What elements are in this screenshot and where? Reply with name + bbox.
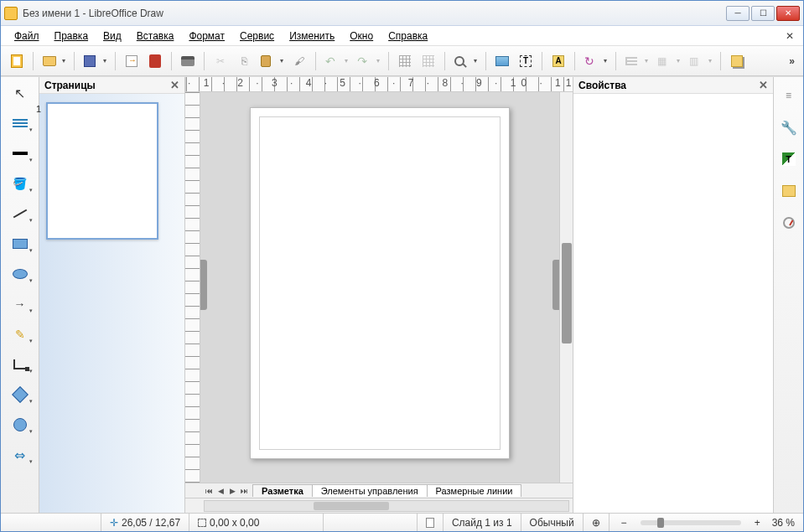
connector-tool[interactable] (7, 354, 34, 375)
print-button[interactable] (177, 50, 199, 72)
nav-last-icon[interactable]: ⏭ (239, 487, 249, 495)
vscroll-thumb[interactable] (562, 243, 572, 343)
navigator-icon (783, 217, 795, 229)
symbol-shapes-tool[interactable] (7, 414, 34, 436)
undo-button[interactable]: ↶ (321, 50, 351, 72)
hscroll-thumb[interactable] (314, 502, 389, 510)
snap-button[interactable] (418, 50, 439, 72)
copy-button[interactable]: ⎘ (233, 50, 255, 72)
vertical-scrollbar[interactable] (559, 92, 573, 483)
format-paint-button[interactable]: 🖌 (288, 50, 310, 72)
zoom-out-button[interactable]: − (618, 517, 630, 529)
zoom-button[interactable] (450, 50, 480, 72)
basic-shapes-tool[interactable] (7, 384, 34, 405)
grid-button[interactable] (394, 50, 416, 72)
page-thumbnail-1[interactable]: 1 (46, 102, 158, 240)
close-button[interactable]: ✕ (776, 6, 800, 21)
tab-layout[interactable]: Разметка (252, 484, 313, 497)
nav-prev-icon[interactable]: ◀ (215, 487, 226, 495)
curve-tool[interactable]: ✎ (7, 323, 34, 345)
sidebar-properties-button[interactable]: 🔧 (779, 117, 799, 137)
sidebar-navigator-button[interactable] (779, 213, 799, 233)
line-style-tool[interactable] (7, 112, 34, 134)
zoom-percent[interactable]: 36 % (772, 517, 795, 529)
nav-first-icon[interactable]: ⏮ (204, 487, 214, 495)
line-width-tool[interactable] (7, 142, 34, 164)
arrange-button[interactable]: ▦ (653, 50, 683, 72)
vertical-ruler[interactable] (185, 92, 200, 483)
minimize-button[interactable]: ─ (726, 6, 750, 21)
save-button[interactable] (80, 50, 110, 72)
fit-icon: ⊕ (592, 517, 600, 529)
page-number-label: 1 (36, 104, 41, 114)
fontwork-button[interactable]: A (547, 50, 569, 72)
window-title: Без имени 1 - LibreOffice Draw (23, 8, 726, 19)
panel-expander-left[interactable] (200, 260, 207, 310)
menu-edit[interactable]: Правка (48, 28, 96, 44)
rect-tool[interactable] (7, 233, 34, 255)
distribute-button[interactable]: ▥ (685, 50, 715, 72)
pages-panel-close-icon[interactable]: ✕ (170, 79, 179, 91)
menu-service[interactable]: Сервис (233, 28, 281, 44)
paste-button[interactable] (257, 50, 287, 72)
arrow-tool[interactable]: → (7, 293, 34, 315)
ellipse-tool[interactable] (7, 263, 34, 285)
redo-button[interactable]: ↶ (353, 50, 383, 72)
open-icon (43, 56, 56, 66)
menu-modify[interactable]: Изменить (283, 28, 341, 44)
menu-help[interactable]: Справка (381, 28, 434, 44)
fill-tool[interactable]: 🪣 (7, 173, 34, 194)
status-fit[interactable]: ⊕ (584, 514, 609, 531)
select-tool[interactable]: ↖ (7, 82, 34, 104)
export-button[interactable] (121, 50, 143, 72)
properties-panel-close-icon[interactable]: ✕ (759, 79, 768, 91)
line-tool[interactable] (7, 203, 34, 225)
panel-expander-right[interactable] (552, 260, 559, 310)
image-button[interactable] (491, 50, 513, 72)
status-slide[interactable]: Слайд 1 из 1 (443, 514, 521, 531)
drawing-canvas[interactable] (200, 92, 559, 483)
zoom-in-button[interactable]: + (751, 517, 764, 529)
document-close-icon[interactable]: ✕ (783, 30, 796, 42)
open-button[interactable] (39, 50, 69, 72)
styles-icon: T (782, 152, 796, 166)
status-mode[interactable]: Обычный (521, 514, 584, 531)
horizontal-scrollbar[interactable] (204, 500, 569, 512)
arrange-icon: ▦ (657, 55, 667, 67)
tab-controls[interactable]: Элементы управления (312, 484, 428, 497)
doc-icon (426, 518, 434, 528)
menu-file[interactable]: Файл (8, 28, 46, 44)
menu-window[interactable]: Окно (343, 28, 380, 44)
connector-icon (13, 359, 27, 369)
menu-insert[interactable]: Вставка (130, 28, 181, 44)
shadow-button[interactable] (726, 50, 748, 72)
rotate-button[interactable]: ↻ (580, 50, 610, 72)
menu-format[interactable]: Формат (182, 28, 231, 44)
zoom-slider-thumb[interactable] (657, 518, 664, 528)
sidebar-settings-button[interactable]: ≡ (779, 85, 799, 106)
page-surface[interactable] (250, 107, 510, 459)
sidebar-styles-button[interactable]: T (779, 149, 799, 169)
tab-dimlines[interactable]: Размерные линии (427, 484, 522, 497)
menu-view[interactable]: Вид (96, 28, 128, 44)
block-arrows-tool[interactable]: ⇔ (7, 444, 34, 466)
maximize-button[interactable]: ☐ (751, 6, 775, 21)
fontwork-icon: A (552, 55, 564, 67)
menu-bar: Файл Правка Вид Вставка Формат Сервис Из… (1, 26, 803, 46)
horizontal-ruler[interactable]: · 1 · 2 · 3 · 4 · 5 · 6 · 7 · 8 · 9 · 10… (185, 77, 573, 92)
cut-icon: ✂ (216, 55, 225, 67)
new-button[interactable] (6, 50, 28, 72)
app-icon (4, 7, 18, 20)
cut-button[interactable]: ✂ (210, 50, 231, 72)
sidebar-gallery-button[interactable] (779, 181, 799, 201)
textbox-button[interactable]: T (515, 50, 537, 72)
toolbar-more-icon[interactable]: » (786, 52, 798, 70)
align-button[interactable] (621, 50, 651, 72)
nav-next-icon[interactable]: ▶ (227, 487, 237, 495)
crosshair-icon: ✛ (110, 517, 118, 529)
shadow-icon (731, 55, 743, 67)
status-spacer (324, 514, 418, 531)
zoom-slider[interactable] (641, 520, 741, 525)
pdf-button[interactable] (144, 50, 166, 72)
zoom-icon (454, 56, 464, 66)
